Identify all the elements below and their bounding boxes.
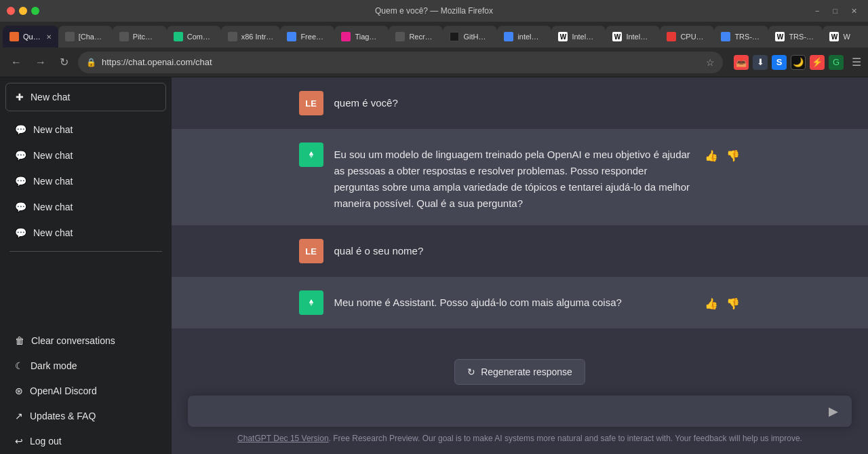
message-content-3: qual é o seu nome?: [334, 239, 741, 263]
tab-label: W: [843, 33, 868, 41]
back-button[interactable]: ←: [7, 54, 26, 71]
chat-input-area: ↻ Regenerate response ▶ ChatGPT Dec 15 V…: [172, 348, 868, 454]
tab-13[interactable]: CPU…: [660, 26, 714, 48]
chat-icon-3: 💬: [15, 176, 26, 187]
sidebar-item-chat-5[interactable]: 💬 New chat: [5, 221, 166, 245]
extension-pocket[interactable]: 📥: [734, 55, 749, 70]
footer-suffix: . Free Research Preview. Our goal is to …: [329, 434, 802, 443]
tab-16[interactable]: W W: [823, 26, 868, 48]
chat-icon-2: 💬: [15, 150, 26, 161]
message-row-user-1: LE quem é você?: [172, 77, 868, 129]
tab-10[interactable]: intel…: [497, 26, 551, 48]
send-button[interactable]: ▶: [825, 402, 842, 420]
footer-link[interactable]: ChatGPT Dec 15 Version: [237, 434, 329, 443]
footer-text: ChatGPT Dec 15 Version. Free Research Pr…: [188, 434, 852, 443]
tab-label: intel…: [517, 33, 545, 41]
minimize-icon[interactable]: −: [811, 5, 823, 16]
message-inner: Eu sou um modelo de linguagem treinado p…: [283, 143, 757, 212]
thumbs-down-button-2[interactable]: 👎: [725, 296, 741, 311]
tab-favicon: [287, 32, 296, 41]
tab-2[interactable]: [Cha…: [58, 26, 113, 48]
plus-icon: ✚: [16, 92, 24, 102]
message-row-user-2: LE qual é o seu nome?: [172, 225, 868, 277]
tab-active[interactable]: Qu… ✕: [3, 26, 58, 48]
extension-s[interactable]: S: [772, 55, 787, 70]
tab-4[interactable]: Com…: [167, 26, 221, 48]
tab-15[interactable]: W TRS-…: [768, 26, 823, 48]
tab-label: TRS-…: [789, 33, 816, 41]
tab-favicon: W: [775, 32, 785, 41]
tab-favicon: [119, 32, 129, 41]
sidebar-item-chat-3[interactable]: 💬 New chat: [5, 169, 166, 193]
moon-icon: ☾: [15, 360, 24, 371]
dark-mode-button[interactable]: ☾ Dark mode: [5, 354, 166, 378]
tab-12[interactable]: W Intel…: [606, 26, 660, 48]
tab-label: Free…: [300, 33, 328, 41]
tab-label: TRS-…: [734, 33, 762, 41]
tab-favicon: [395, 32, 405, 41]
message-row-assistant-2: Meu nome é Assistant. Posso ajudá-lo com…: [172, 277, 868, 328]
trash-icon: 🗑: [15, 335, 24, 346]
sidebar-item-chat-4[interactable]: 💬 New chat: [5, 195, 166, 219]
close-icon[interactable]: ✕: [847, 5, 861, 17]
extension-dark[interactable]: 🌙: [791, 55, 806, 70]
message-inner: LE qual é o seu nome?: [283, 239, 757, 263]
tab-11[interactable]: W Intel…: [551, 26, 606, 48]
title-bar: Quem e você? — Mozilla Firefox − □ ✕: [0, 0, 868, 22]
sidebar-item-label: New chat: [33, 150, 73, 161]
tab-favicon: W: [612, 32, 622, 41]
chat-icon-4: 💬: [15, 202, 26, 212]
message-row-assistant-1: Eu sou um modelo de linguagem treinado p…: [172, 129, 868, 225]
regenerate-response-button[interactable]: ↻ Regenerate response: [454, 359, 585, 385]
minimize-window-button[interactable]: [19, 7, 27, 15]
tab-8[interactable]: Recr…: [389, 26, 443, 48]
extension-red[interactable]: ⚡: [810, 55, 825, 70]
new-chat-button[interactable]: ✚ New chat: [5, 83, 166, 111]
logout-icon: ↩: [15, 436, 23, 447]
tab-9[interactable]: GitH…: [443, 26, 497, 48]
forward-button[interactable]: →: [31, 54, 50, 71]
tab-label: Qu…: [23, 33, 41, 41]
window-title: Quem e você? — Mozilla Firefox: [375, 6, 493, 16]
thumbs-down-button-1[interactable]: 👎: [725, 148, 741, 164]
address-bar: ← → ↻ 🔒 https://chat.openai.com/chat ☆ 📥…: [0, 48, 868, 77]
sidebar-item-chat-2[interactable]: 💬 New chat: [5, 143, 166, 168]
tab-3[interactable]: Pitc…: [113, 26, 167, 48]
updates-faq-button[interactable]: ↗ Updates & FAQ: [5, 404, 166, 428]
tab-label: GitH…: [463, 33, 490, 41]
maximize-icon[interactable]: □: [829, 5, 842, 16]
bookmark-button[interactable]: ☆: [706, 57, 715, 68]
regenerate-btn-wrap: ↻ Regenerate response: [188, 359, 852, 385]
tab-7[interactable]: Tiag…: [334, 26, 389, 48]
browser-extensions: 📥 ⬇ S 🌙 ⚡ G: [734, 55, 844, 70]
tab-6[interactable]: Free…: [280, 26, 334, 48]
url-bar[interactable]: 🔒 https://chat.openai.com/chat ☆: [78, 52, 723, 73]
message-actions-1: 👍 👎: [703, 143, 741, 212]
tab-label: Tiag…: [355, 33, 382, 41]
clear-conversations-button[interactable]: 🗑 Clear conversations: [5, 328, 166, 353]
browser-menu-button[interactable]: ☰: [852, 56, 861, 69]
tab-14[interactable]: TRS-…: [714, 26, 768, 48]
reload-button[interactable]: ↻: [56, 53, 73, 71]
discord-label: OpenAI Discord: [30, 385, 97, 396]
external-link-icon: ↗: [15, 411, 23, 421]
tab-5[interactable]: x86 Intr…: [221, 26, 281, 48]
tab-close-button[interactable]: ✕: [46, 33, 52, 41]
tab-favicon: [9, 32, 19, 41]
maximize-window-button[interactable]: [31, 7, 39, 15]
thumbs-up-button-1[interactable]: 👍: [703, 148, 719, 164]
discord-button[interactable]: ⊛ OpenAI Discord: [5, 379, 166, 403]
close-window-button[interactable]: [7, 7, 15, 15]
logout-button[interactable]: ↩ Log out: [5, 429, 166, 453]
extension-download[interactable]: ⬇: [753, 55, 768, 70]
chat-input[interactable]: [197, 403, 818, 419]
tab-label: [Cha…: [79, 33, 106, 41]
thumbs-up-button-2[interactable]: 👍: [703, 296, 719, 311]
tab-label: Com…: [187, 33, 214, 41]
sidebar-item-label: New chat: [33, 124, 73, 135]
tab-favicon: [65, 32, 75, 41]
sidebar-item-chat-1[interactable]: 💬 New chat: [5, 117, 166, 142]
extension-green[interactable]: G: [829, 55, 844, 70]
message-inner: Meu nome é Assistant. Posso ajudá-lo com…: [283, 290, 757, 315]
browser-chrome: Quem e você? — Mozilla Firefox − □ ✕ Qu……: [0, 0, 868, 77]
